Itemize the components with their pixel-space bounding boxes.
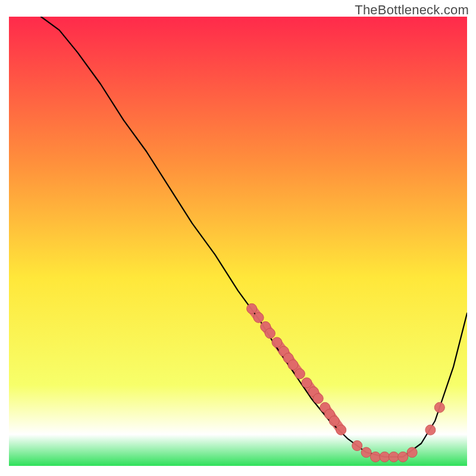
highlight-dot — [295, 369, 305, 379]
highlight-dot — [398, 452, 408, 462]
watermark-text: TheBottleneck.com — [355, 2, 469, 18]
highlight-dot — [361, 447, 371, 458]
gradient-background — [9, 17, 467, 466]
highlight-dot — [272, 337, 282, 347]
highlight-dot — [302, 378, 312, 388]
highlight-dot — [329, 416, 339, 426]
highlight-dot — [434, 402, 444, 412]
highlight-dot — [265, 328, 275, 339]
highlight-dot — [253, 312, 264, 322]
plot-area — [9, 17, 467, 466]
highlight-dot — [425, 425, 436, 435]
highlight-dot — [389, 452, 399, 462]
highlight-dot — [247, 303, 257, 314]
plot-svg — [9, 17, 467, 466]
chart-stage: TheBottleneck.com — [0, 0, 476, 476]
highlight-dot — [380, 452, 390, 462]
highlight-dot — [336, 425, 346, 435]
highlight-dot — [288, 360, 298, 370]
highlight-dot — [407, 447, 417, 458]
highlight-dot — [352, 441, 362, 451]
highlight-dot — [371, 452, 381, 462]
highlight-dot — [313, 393, 323, 403]
